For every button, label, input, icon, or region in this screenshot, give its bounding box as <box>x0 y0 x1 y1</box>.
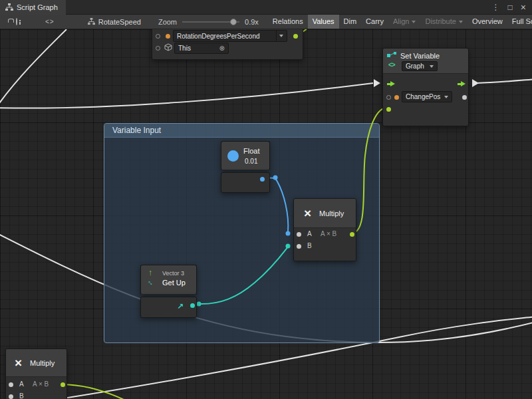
node-float-literal[interactable]: Float 0.01 <box>221 141 270 193</box>
port-label-b: B <box>307 242 312 249</box>
window-menu-icon[interactable]: ⋮ <box>492 0 500 15</box>
wire-arrowhead <box>374 79 380 87</box>
maximize-icon[interactable]: □ <box>508 0 513 15</box>
distribute-label: Distribute <box>425 15 456 29</box>
variable-port[interactable] <box>394 95 399 100</box>
zoom-slider-handle[interactable] <box>230 19 237 25</box>
input-port[interactable] <box>386 95 391 100</box>
graph-asset-breadcrumb[interactable]: RotateSpeed <box>88 18 141 26</box>
code-icon[interactable]: <> <box>45 18 55 25</box>
info-icon[interactable] <box>16 18 17 25</box>
port-label-b: B <box>19 392 24 399</box>
zoom-label: Zoom <box>158 18 177 26</box>
node-header[interactable]: Float 0.01 <box>221 141 270 170</box>
flow-output-port[interactable] <box>458 81 466 87</box>
carry-button[interactable]: Carry <box>361 15 388 29</box>
field-divider <box>276 31 277 41</box>
variable-name: RotationDegreesPerSecond <box>177 33 273 40</box>
align-label: Align <box>393 15 409 29</box>
wire-white <box>476 79 532 83</box>
input-port-b[interactable] <box>297 244 301 249</box>
zoom-slider[interactable] <box>182 21 239 23</box>
multiply-icon: × <box>15 356 22 369</box>
input-port[interactable] <box>156 34 160 39</box>
float-value[interactable]: 0.01 <box>245 158 257 165</box>
scope-dropdown[interactable]: Graph <box>402 61 438 71</box>
node-header[interactable]: ↑ ↔ Vector 3 Get Up <box>140 265 197 295</box>
output-port[interactable] <box>350 232 354 237</box>
chevron-down-icon <box>444 96 448 98</box>
align-button[interactable]: Align <box>388 15 420 29</box>
vector-output-icon: ↗ <box>177 302 184 311</box>
port-label-result: A × B <box>33 380 49 388</box>
values-button[interactable]: Values <box>308 15 339 29</box>
output-port[interactable] <box>293 34 298 39</box>
graph-name: RotateSpeed <box>98 18 141 26</box>
object-picker-icon[interactable]: ⊗ <box>219 45 225 52</box>
dim-button[interactable]: Dim <box>339 15 362 29</box>
node-vector3-get-up[interactable]: ↑ ↔ Vector 3 Get Up ↗ <box>140 265 197 318</box>
graph-asset-icon <box>88 18 95 25</box>
fullscreen-button[interactable]: Full Screen <box>507 15 532 29</box>
port-label-result: A × B <box>321 230 336 237</box>
multiply-icon: × <box>304 207 311 219</box>
variable-name-dropdown[interactable]: RotationDegreesPerSecond <box>173 30 287 42</box>
port-label-a: A <box>307 230 312 237</box>
node-set-variable[interactable]: Set Variable <> Graph ChangePos <box>382 48 469 126</box>
graph-toolbar: <> RotateSpeed Zoom 0.9x Relations Value… <box>0 15 532 29</box>
target-field[interactable]: This ⊗ <box>174 43 229 54</box>
input-port[interactable] <box>156 46 160 51</box>
wire-white <box>0 83 373 108</box>
input-port-b[interactable] <box>9 394 13 399</box>
node-header[interactable]: × Multiply <box>294 199 356 228</box>
set-variable-icon <box>387 52 397 59</box>
graph-canvas[interactable]: Variable Input RotationDegreesPerSecond <box>0 29 532 399</box>
output-port[interactable] <box>462 95 467 100</box>
node-type-label: Vector 3 <box>162 270 184 277</box>
node-title: Set Variable <box>400 52 440 60</box>
output-port[interactable] <box>260 177 265 182</box>
node-body[interactable]: ↗ <box>140 297 197 318</box>
close-icon[interactable]: × <box>521 0 526 15</box>
zoom-value: 0.9x <box>245 18 259 26</box>
node-header[interactable]: Set Variable <> Graph <box>383 49 468 74</box>
chevron-down-icon <box>279 35 283 37</box>
output-port[interactable] <box>190 303 195 308</box>
node-get-variable[interactable]: RotationDegreesPerSecond This ⊗ <box>152 29 303 60</box>
node-body[interactable] <box>221 172 270 193</box>
group-title: Variable Input <box>112 126 161 135</box>
chevron-down-icon <box>412 21 416 23</box>
input-port-a[interactable] <box>9 382 13 387</box>
overview-button[interactable]: Overview <box>467 15 507 29</box>
relations-button[interactable]: Relations <box>268 15 308 29</box>
node-title: Float <box>243 147 259 155</box>
variable-name-dropdown[interactable]: ChangePos <box>402 91 452 102</box>
variable-name: ChangePos <box>406 93 444 100</box>
arrow-up-icon: ↑ <box>148 268 152 277</box>
chevron-down-icon <box>459 21 463 23</box>
tab-script-graph[interactable]: Script Graph <box>0 0 66 15</box>
node-multiply-bottom[interactable]: × Multiply A A × B B <box>5 348 67 399</box>
output-port[interactable] <box>61 382 65 387</box>
tab-title: Script Graph <box>17 3 58 11</box>
gameobject-cube-icon <box>164 43 172 51</box>
window-titlebar: Script Graph ⋮ □ × <box>0 0 532 15</box>
group-header[interactable]: Variable Input <box>104 124 379 138</box>
node-header[interactable]: × Multiply <box>6 349 66 377</box>
float-type-icon <box>227 150 239 162</box>
node-multiply[interactable]: × Multiply A A × B B <box>293 198 356 261</box>
wire-white <box>0 29 66 108</box>
node-title: Multiply <box>319 209 344 217</box>
flow-input-port[interactable] <box>387 81 395 87</box>
distribute-button[interactable]: Distribute <box>420 15 467 29</box>
value-input-port[interactable] <box>386 107 391 112</box>
script-graph-icon <box>5 3 13 11</box>
node-title: Multiply <box>30 359 55 367</box>
wire-green <box>63 384 176 399</box>
input-port-a[interactable] <box>297 232 301 237</box>
variable-kind-icon: <> <box>388 61 395 68</box>
node-title: Get Up <box>162 279 186 287</box>
variable-port[interactable] <box>166 34 170 39</box>
port-label-a: A <box>19 380 24 388</box>
toolbar-buttons: Relations Values Dim Carry Align Distrib… <box>268 15 532 29</box>
